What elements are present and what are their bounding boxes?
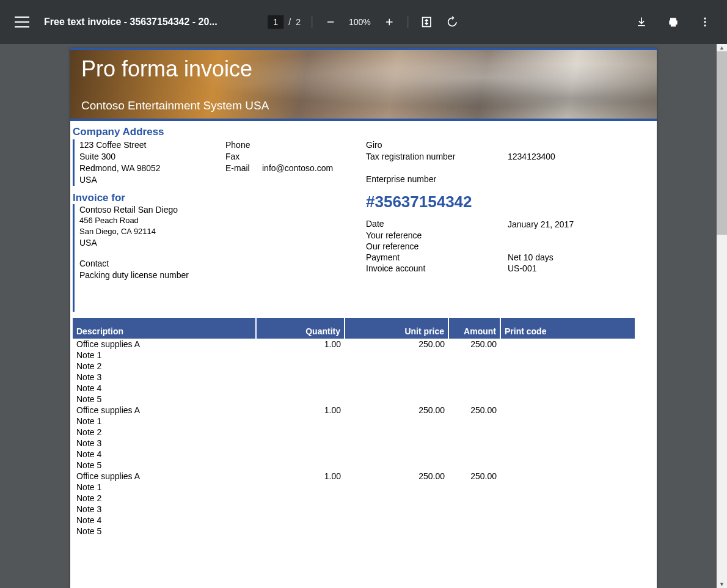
- email-label: E-mail: [225, 163, 262, 174]
- acct-label: Invoice account: [366, 263, 508, 274]
- svg-point-2: [704, 21, 706, 23]
- cell-code: [500, 405, 635, 416]
- cell-desc: Office supplies A: [73, 405, 256, 416]
- svg-point-1: [704, 18, 706, 20]
- separator: [312, 16, 312, 28]
- cell-amt: 250.00: [448, 339, 500, 350]
- table-row-note: Note 2: [73, 427, 635, 438]
- addr-suite: Suite 300: [79, 151, 225, 163]
- table-row-note: Note 3: [73, 438, 635, 449]
- cell-amt: 250.00: [448, 405, 500, 416]
- more-icon[interactable]: [698, 15, 712, 29]
- print-icon[interactable]: [666, 15, 681, 29]
- table-row-note: Note 5: [73, 460, 635, 471]
- scroll-down-icon[interactable]: ▼: [717, 581, 727, 588]
- tax-label: Tax registration number: [366, 151, 508, 163]
- zoom-level: 100%: [349, 17, 371, 27]
- cell-note: Note 3: [73, 504, 635, 515]
- yref-label: Your reference: [366, 230, 508, 241]
- zoom-out-icon[interactable]: [323, 15, 338, 29]
- addr-street: 123 Coffee Street: [79, 139, 225, 151]
- menu-icon[interactable]: [15, 15, 29, 29]
- bill-street: 456 Peach Road: [79, 215, 366, 226]
- company-heading: Company Address: [73, 126, 657, 138]
- cell-note: Note 1: [73, 350, 635, 361]
- pdf-page: Pro forma invoice Contoso Entertainment …: [70, 48, 657, 588]
- cell-amt: 250.00: [448, 471, 500, 482]
- scroll-thumb[interactable]: [717, 51, 727, 235]
- table-row-note: Note 4: [73, 515, 635, 526]
- cell-note: Note 2: [73, 427, 635, 438]
- cell-qty: 1.00: [256, 339, 345, 350]
- ent-label: Enterprise number: [366, 174, 508, 185]
- cell-note: Note 4: [73, 515, 635, 526]
- cell-note: Note 5: [73, 526, 635, 537]
- cell-unit: 250.00: [345, 339, 448, 350]
- cell-note: Note 2: [73, 361, 635, 372]
- zoom-in-icon[interactable]: [382, 15, 396, 29]
- page-indicator: / 2: [268, 15, 301, 29]
- banner-subtitle: Contoso Entertainment System USA: [81, 99, 646, 112]
- cell-note: Note 5: [73, 394, 635, 405]
- company-address: 123 Coffee Street Suite 300 Redmond, WA …: [73, 139, 225, 186]
- bill-citystate: San Diego, CA 92114: [79, 226, 366, 237]
- phone-label: Phone: [225, 139, 366, 151]
- cell-desc: Office supplies A: [73, 471, 256, 482]
- invoice-for-heading: Invoice for: [73, 192, 366, 204]
- table-row: Office supplies A1.00250.00250.00: [73, 471, 635, 482]
- download-icon[interactable]: [634, 15, 649, 29]
- separator: [407, 16, 408, 28]
- contact-label: Contact: [79, 258, 366, 270]
- pdf-toolbar: Free text invoice - 35637154342 - 20... …: [0, 0, 727, 44]
- bill-country: USA: [79, 237, 366, 249]
- company-contact: Phone Fax E-mailinfo@contoso.com: [225, 139, 366, 186]
- page-input[interactable]: [268, 15, 283, 29]
- cell-note: Note 5: [73, 460, 635, 471]
- cell-qty: 1.00: [256, 471, 345, 482]
- fit-page-icon[interactable]: [419, 15, 434, 29]
- cell-note: Note 4: [73, 383, 635, 394]
- cell-note: Note 3: [73, 372, 635, 383]
- cell-note: Note 1: [73, 482, 635, 493]
- scroll-up-icon[interactable]: ▲: [717, 44, 727, 51]
- payment-value: Net 10 days: [508, 252, 657, 263]
- page-slash: /: [288, 17, 291, 27]
- cell-unit: 250.00: [345, 471, 448, 482]
- table-row-note: Note 2: [73, 361, 635, 372]
- table-row-note: Note 1: [73, 482, 635, 493]
- table-row-note: Note 3: [73, 504, 635, 515]
- date-value: January 21, 2017: [508, 219, 657, 230]
- packing-label: Packing duty license number: [79, 270, 366, 281]
- col-code: Print code: [500, 318, 635, 339]
- acct-value: US-001: [508, 263, 657, 274]
- oref-label: Our reference: [366, 241, 508, 252]
- addr-country: USA: [79, 174, 225, 186]
- date-label: Date: [366, 218, 508, 229]
- document-viewport[interactable]: Pro forma invoice Contoso Entertainment …: [0, 44, 727, 588]
- bill-name: Contoso Retail San Diego: [79, 204, 366, 216]
- col-unit: Unit price: [345, 318, 448, 339]
- header-banner: Pro forma invoice Contoso Entertainment …: [70, 48, 657, 121]
- table-row-note: Note 5: [73, 394, 635, 405]
- document-title: Free text invoice - 35637154342 - 20...: [44, 17, 217, 28]
- fax-label: Fax: [225, 151, 366, 163]
- cell-note: Note 2: [73, 493, 635, 504]
- scrollbar[interactable]: ▲ ▼: [717, 44, 727, 588]
- rotate-icon[interactable]: [445, 15, 459, 29]
- svg-point-3: [704, 24, 706, 26]
- table-row-note: Note 1: [73, 350, 635, 361]
- table-row-note: Note 1: [73, 416, 635, 427]
- col-amt: Amount: [448, 318, 500, 339]
- giro-label: Giro: [366, 139, 508, 151]
- table-row-note: Note 5: [73, 526, 635, 537]
- cell-note: Note 3: [73, 438, 635, 449]
- table-row-note: Note 3: [73, 372, 635, 383]
- cell-desc: Office supplies A: [73, 339, 256, 350]
- cell-note: Note 1: [73, 416, 635, 427]
- table-row-note: Note 4: [73, 383, 635, 394]
- cell-code: [500, 471, 635, 482]
- addr-citystate: Redmond, WA 98052: [79, 163, 225, 174]
- payment-label: Payment: [366, 252, 508, 263]
- tax-value: 1234123400: [508, 151, 657, 163]
- invoice-number: #35637154342: [366, 192, 508, 213]
